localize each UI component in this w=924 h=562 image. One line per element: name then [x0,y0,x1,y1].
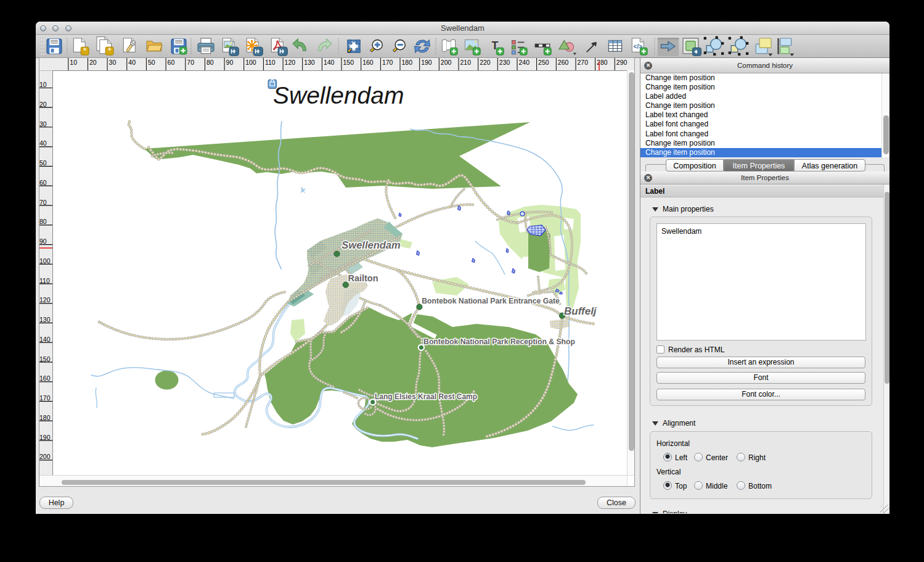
svg-text:150: 150 [343,59,354,66]
svg-text:80: 80 [206,59,214,66]
svg-text:120: 120 [39,296,51,304]
svg-text:260: 260 [558,59,569,66]
svg-text:*: * [108,46,112,56]
svg-text:160: 160 [362,59,374,66]
svg-text:10: 10 [39,81,47,88]
svg-text:30: 30 [109,59,117,66]
svg-text:110: 110 [39,277,50,284]
svg-text:170: 170 [382,59,393,66]
svg-text:130: 130 [304,59,315,66]
svg-text:50: 50 [39,159,47,167]
svg-text:100: 100 [39,257,51,265]
svg-text:220: 220 [480,59,491,66]
svg-text:80: 80 [39,218,47,225]
svg-text:90: 90 [39,238,47,245]
svg-text:90: 90 [226,59,234,66]
svg-text:20: 20 [89,59,97,66]
svg-text:30: 30 [39,120,47,128]
svg-text:240: 240 [519,59,530,66]
svg-text:180: 180 [402,59,413,66]
svg-text:130: 130 [39,316,51,323]
svg-text:290: 290 [616,59,628,66]
svg-text:Swellendam: Swellendam [341,239,400,250]
svg-text:140: 140 [39,336,51,343]
svg-text:160: 160 [39,374,51,382]
svg-text:50: 50 [148,59,155,66]
svg-text:Bontebok National Park Recepti: Bontebok National Park Reception & Shop [423,337,575,346]
svg-text:200: 200 [39,453,51,460]
svg-text:70: 70 [39,199,47,206]
svg-text:*: * [83,46,87,56]
svg-text:100: 100 [245,59,256,66]
svg-text:70: 70 [187,59,194,66]
svg-text:60: 60 [39,179,47,186]
svg-text:190: 190 [39,434,51,441]
svg-text:40: 40 [128,59,136,66]
svg-text:270: 270 [578,59,589,66]
svg-text:210: 210 [460,59,472,66]
svg-text:120: 120 [285,59,296,66]
svg-text:280: 280 [597,59,608,66]
svg-text:250: 250 [538,59,549,66]
svg-text:110: 110 [265,59,276,66]
svg-text:20: 20 [39,101,47,108]
svg-text:40: 40 [39,139,47,147]
svg-text:60: 60 [168,59,175,66]
svg-text:180: 180 [39,414,51,421]
svg-text:190: 190 [421,59,432,66]
svg-text:170: 170 [39,394,51,402]
svg-text:Railton: Railton [348,273,378,283]
svg-text:200: 200 [441,59,452,66]
svg-text:10: 10 [70,59,77,66]
svg-text:Swellendam: Swellendam [273,82,404,109]
svg-text:230: 230 [499,59,510,66]
svg-text:Buffelj: Buffelj [564,305,597,317]
svg-text:150: 150 [39,355,51,363]
svg-text:140: 140 [324,59,335,66]
svg-text:Bontebok National Park Entranc: Bontebok National Park Entrance Gate [422,297,560,305]
svg-text:Lang Elsies Kraal Rest Camp: Lang Elsies Kraal Rest Camp [375,392,477,401]
